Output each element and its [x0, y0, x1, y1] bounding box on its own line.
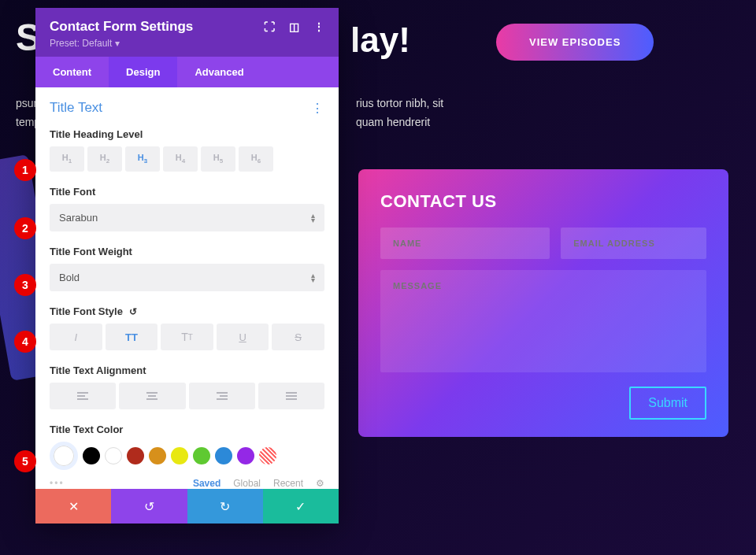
- email-input[interactable]: [561, 228, 706, 259]
- color-swatch-red[interactable]: [127, 447, 144, 464]
- tabs: Content Design Advanced: [35, 57, 339, 87]
- message-textarea[interactable]: [380, 270, 706, 372]
- preset-selector[interactable]: Preset: Default ▾: [50, 38, 324, 49]
- color-swatch-black[interactable]: [83, 447, 100, 464]
- label-color: Title Text Color: [50, 424, 324, 435]
- save-button[interactable]: ✓: [263, 489, 339, 524]
- submit-button[interactable]: Submit: [629, 387, 706, 420]
- tab-design[interactable]: Design: [109, 57, 177, 87]
- align-left-button[interactable]: [50, 383, 116, 409]
- heading-h2-button[interactable]: H2: [87, 146, 122, 172]
- annotation-badge-1: 1: [14, 159, 36, 181]
- panel-title: Contact Form Settings: [50, 19, 193, 35]
- uppercase-button[interactable]: TT: [106, 324, 158, 350]
- color-swatch-yellow[interactable]: [171, 447, 188, 464]
- heading-h1-button[interactable]: H1: [50, 146, 84, 172]
- settings-panel: Contact Form Settings ⛶ ◫ ⋮ Preset: Defa…: [35, 8, 339, 524]
- color-swatch-white[interactable]: [105, 447, 122, 464]
- redo-button[interactable]: ↻: [187, 489, 263, 524]
- responsive-icon[interactable]: ◫: [289, 20, 299, 33]
- tab-advanced[interactable]: Advanced: [177, 57, 261, 87]
- gear-icon[interactable]: ⚙: [316, 478, 324, 489]
- color-swatch-purple[interactable]: [237, 447, 254, 464]
- color-swatch-green[interactable]: [193, 447, 210, 464]
- palette-tab-recent[interactable]: Recent: [273, 478, 303, 489]
- italic-button[interactable]: I: [50, 324, 102, 350]
- section-title: Title Text: [50, 100, 102, 116]
- cancel-button[interactable]: ✕: [35, 489, 111, 524]
- view-episodes-button[interactable]: VIEW EPISODES: [496, 24, 654, 61]
- annotation-badge-5: 5: [14, 450, 36, 472]
- align-center-button[interactable]: [119, 383, 185, 409]
- hero-para-2-right: quam hendrerit: [356, 113, 430, 131]
- strikethrough-button[interactable]: S: [272, 324, 324, 350]
- contact-form-preview: CONTACT US Submit: [358, 169, 728, 437]
- heading-h3-button[interactable]: H3: [125, 146, 160, 172]
- hero-para-1-right: rius tortor nibh, sit: [356, 94, 443, 112]
- label-alignment: Title Text Alignment: [50, 364, 324, 376]
- annotation-badge-4: 4: [14, 331, 36, 353]
- align-right-button[interactable]: [189, 383, 255, 409]
- reset-icon[interactable]: ↺: [129, 306, 137, 317]
- palette-tab-saved[interactable]: Saved: [193, 478, 220, 489]
- expand-icon[interactable]: ⛶: [264, 20, 275, 33]
- select-arrows-icon: ▴▾: [311, 273, 315, 283]
- label-style: Title Font Style ↺: [50, 305, 324, 317]
- panel-header: Contact Form Settings ⛶ ◫ ⋮ Preset: Defa…: [35, 8, 339, 57]
- color-swatch-current[interactable]: [50, 442, 78, 470]
- font-select[interactable]: Sarabun ▴▾: [50, 204, 324, 231]
- hero-title-right: lay!: [350, 20, 410, 60]
- panel-body: Title Text ⋮ Title Heading Level H1 H2 H…: [35, 87, 339, 489]
- label-weight: Title Font Weight: [50, 246, 324, 257]
- smallcaps-button[interactable]: TT: [161, 324, 213, 350]
- annotation-badge-2: 2: [14, 217, 36, 239]
- heading-h4-button[interactable]: H4: [163, 146, 198, 172]
- section-more-icon[interactable]: ⋮: [311, 101, 324, 116]
- label-font: Title Font: [50, 186, 324, 198]
- heading-h6-button[interactable]: H6: [239, 146, 273, 172]
- weight-select[interactable]: Bold ▴▾: [50, 264, 324, 291]
- label-heading-level: Title Heading Level: [50, 128, 324, 140]
- undo-button[interactable]: ↺: [111, 489, 187, 524]
- align-justify-button[interactable]: [258, 383, 324, 409]
- tab-content[interactable]: Content: [35, 57, 109, 87]
- select-arrows-icon: ▴▾: [311, 213, 315, 223]
- heading-h5-button[interactable]: H5: [201, 146, 235, 172]
- panel-footer: ✕ ↺ ↻ ✓: [35, 489, 339, 524]
- color-swatch-transparent[interactable]: [259, 447, 276, 464]
- contact-title: CONTACT US: [380, 191, 706, 212]
- annotation-badge-3: 3: [14, 274, 36, 296]
- name-input[interactable]: [380, 228, 550, 259]
- color-swatch-blue[interactable]: [215, 447, 232, 464]
- palette-dots-icon[interactable]: •••: [50, 478, 65, 489]
- color-swatch-orange[interactable]: [149, 447, 166, 464]
- palette-tab-global[interactable]: Global: [233, 478, 261, 489]
- underline-button[interactable]: U: [217, 324, 269, 350]
- more-icon[interactable]: ⋮: [313, 20, 324, 33]
